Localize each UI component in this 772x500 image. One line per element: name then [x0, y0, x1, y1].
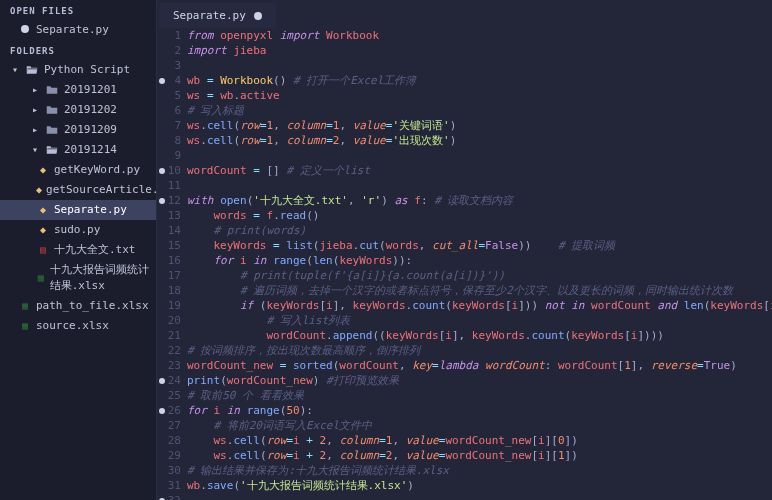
code-line[interactable]: 1from openpyxl import Workbook	[157, 28, 772, 43]
code-line[interactable]: 6# 写入标题	[157, 103, 772, 118]
code-line[interactable]: 19 if (keyWords[i], keyWords.count(keyWo…	[157, 298, 772, 313]
gutter: 22	[157, 343, 187, 358]
file-item[interactable]: ◆getSourceArticle.py	[0, 180, 156, 200]
code-content: wb.save('十九大报告词频统计结果.xlsx')	[187, 478, 414, 493]
code-content: ws.cell(row=1, column=1, value='关键词语')	[187, 118, 456, 133]
bookmark-icon	[159, 378, 165, 384]
code-content: with open('十九大全文.txt', 'r') as f: # 读取文档…	[187, 193, 513, 208]
code-content: from openpyxl import Workbook	[187, 28, 379, 43]
code-line[interactable]: 9	[157, 148, 772, 163]
code-line[interactable]: 32	[157, 493, 772, 500]
code-content: # 写入list列表	[187, 313, 350, 328]
code-line[interactable]: 15 keyWords = list(jieba.cut(words, cut_…	[157, 238, 772, 253]
code-line[interactable]: 30# 输出结果并保存为:十九大报告词频统计结果.xlsx	[157, 463, 772, 478]
file-item[interactable]: ▦path_to_file.xlsx	[0, 296, 156, 316]
modified-indicator-icon	[254, 12, 262, 20]
folder-open-icon	[46, 144, 60, 156]
tab-separate-py[interactable]: Separate.py	[159, 3, 276, 28]
gutter: 30	[157, 463, 187, 478]
code-line[interactable]: 13 words = f.read()	[157, 208, 772, 223]
item-label: 20191202	[64, 102, 117, 118]
code-line[interactable]: 16 for i in range(len(keyWords)):	[157, 253, 772, 268]
gutter: 25	[157, 388, 187, 403]
gutter: 10	[157, 163, 187, 178]
folder-closed-icon	[46, 84, 60, 96]
file-item[interactable]: ◆getKeyWord.py	[0, 160, 156, 180]
code-line[interactable]: 28 ws.cell(row=i + 2, column=1, value=wo…	[157, 433, 772, 448]
item-label: 十九大报告词频统计结果.xlsx	[50, 262, 156, 294]
gutter: 2	[157, 43, 187, 58]
code-line[interactable]: 17 # print(tuple(f'{a[i]}{a.count(a[i])}…	[157, 268, 772, 283]
code-content: import jieba	[187, 43, 267, 58]
gutter: 21	[157, 328, 187, 343]
code-line[interactable]: 2import jieba	[157, 43, 772, 58]
folder-item[interactable]: ▸20191202	[0, 100, 156, 120]
code-line[interactable]: 31wb.save('十九大报告词频统计结果.xlsx')	[157, 478, 772, 493]
code-line[interactable]: 21 wordCount.append((keyWords[i], keyWor…	[157, 328, 772, 343]
code-content: words = f.read()	[187, 208, 320, 223]
gutter: 32	[157, 493, 187, 500]
gutter: 5	[157, 88, 187, 103]
code-line[interactable]: 11	[157, 178, 772, 193]
folder-item[interactable]: ▸20191201	[0, 80, 156, 100]
code-line[interactable]: 22# 按词频排序，按出现次数最高顺序，倒序排列	[157, 343, 772, 358]
gutter: 26	[157, 403, 187, 418]
code-line[interactable]: 4wb = Workbook() # 打开一个Excel工作簿	[157, 73, 772, 88]
bookmark-icon	[159, 198, 165, 204]
code-line[interactable]: 23wordCount_new = sorted(wordCount, key=…	[157, 358, 772, 373]
folder-item[interactable]: ▾20191214	[0, 140, 156, 160]
file-item[interactable]: ◆sudo.py	[0, 220, 156, 240]
item-label: sudo.py	[54, 222, 100, 238]
code-content: for i in range(len(keyWords)):	[187, 253, 412, 268]
code-content: wordCount.append((keyWords[i], keyWords.…	[187, 328, 664, 343]
gutter: 28	[157, 433, 187, 448]
file-item[interactable]: ▦source.xlsx	[0, 316, 156, 336]
folder-item[interactable]: ▸20191209	[0, 120, 156, 140]
code-line[interactable]: 24print(wordCount_new) #打印预览效果	[157, 373, 772, 388]
code-line[interactable]: 3	[157, 58, 772, 73]
arrow-down-icon: ▾	[8, 62, 22, 78]
folder-closed-icon	[46, 104, 60, 116]
bookmark-icon	[159, 78, 165, 84]
bookmark-icon	[159, 168, 165, 174]
gutter: 1	[157, 28, 187, 43]
code-line[interactable]: 18 # 遍历词频，去掉一个汉字的或者标点符号，保存至少2个汉字、以及更长的词频…	[157, 283, 772, 298]
gutter: 20	[157, 313, 187, 328]
code-line[interactable]: 20 # 写入list列表	[157, 313, 772, 328]
open-file-item[interactable]: Separate.py	[0, 20, 156, 40]
code-line[interactable]: 10wordCount = [] # 定义一个list	[157, 163, 772, 178]
code-line[interactable]: 26for i in range(50):	[157, 403, 772, 418]
code-line[interactable]: 25# 取前50 个 看看效果	[157, 388, 772, 403]
editor: Separate.py 1from openpyxl import Workbo…	[157, 0, 772, 500]
code-content: if (keyWords[i], keyWords.count(keyWords…	[187, 298, 772, 313]
gutter: 3	[157, 58, 187, 73]
folder-label: Python Script	[44, 62, 130, 78]
code-content: ws = wb.active	[187, 88, 280, 103]
code-line[interactable]: 7ws.cell(row=1, column=1, value='关键词语')	[157, 118, 772, 133]
item-label: getSourceArticle.py	[46, 182, 172, 198]
gutter: 13	[157, 208, 187, 223]
code-area[interactable]: 1from openpyxl import Workbook2import ji…	[157, 28, 772, 500]
code-line[interactable]: 5ws = wb.active	[157, 88, 772, 103]
code-line[interactable]: 12with open('十九大全文.txt', 'r') as f: # 读取…	[157, 193, 772, 208]
arrow-right-icon: ▸	[28, 122, 42, 138]
sidebar: OPEN FILES Separate.py FOLDERS ▾Python S…	[0, 0, 157, 500]
code-content: ws.cell(row=1, column=2, value='出现次数')	[187, 133, 456, 148]
folder-root[interactable]: ▾Python Script	[0, 60, 156, 80]
code-line[interactable]: 8ws.cell(row=1, column=2, value='出现次数')	[157, 133, 772, 148]
file-item[interactable]: ▧十九大全文.txt	[0, 240, 156, 260]
code-line[interactable]: 29 ws.cell(row=i + 2, column=2, value=wo…	[157, 448, 772, 463]
xlsx-file-icon: ▦	[18, 318, 32, 334]
gutter: 16	[157, 253, 187, 268]
gutter: 8	[157, 133, 187, 148]
file-item[interactable]: ▦十九大报告词频统计结果.xlsx	[0, 260, 156, 296]
arrow-right-icon: ▸	[28, 82, 42, 98]
arrow-right-icon: ▸	[28, 102, 42, 118]
code-content: wb = Workbook() # 打开一个Excel工作簿	[187, 73, 416, 88]
folder-open-icon	[26, 64, 40, 76]
code-line[interactable]: 27 # 将前20词语写入Excel文件中	[157, 418, 772, 433]
gutter: 14	[157, 223, 187, 238]
code-line[interactable]: 14 # print(words)	[157, 223, 772, 238]
file-item[interactable]: ◆Separate.py	[0, 200, 156, 220]
code-content: wordCount_new = sorted(wordCount, key=la…	[187, 358, 737, 373]
